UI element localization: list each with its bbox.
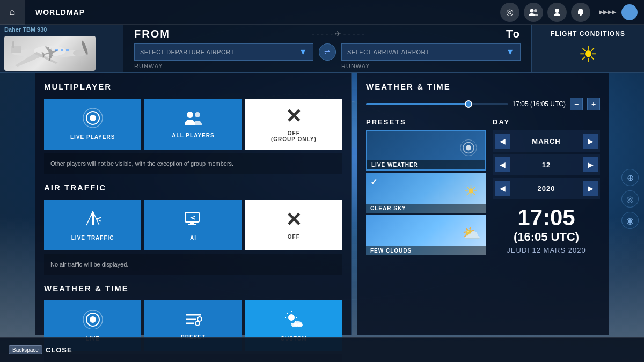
arrival-placeholder: SELECT ARRIVAL AIRPORT	[347, 49, 429, 55]
custom-icon	[284, 310, 303, 331]
aircraft-panel: Daher TBM 930	[0, 25, 123, 72]
multiplayer-off-button[interactable]: ✕ OFF (GROUP ONLY)	[245, 99, 342, 150]
departure-col: SELECT DEPARTURE AIRPORT ▼ RUNWAY	[134, 43, 313, 69]
right-panel: WEATHER & TIME 17:05 (16:05 UTC) − + PRE…	[357, 73, 609, 335]
to-label: To	[506, 28, 521, 40]
air-traffic-off-icon: ✕	[286, 210, 302, 230]
svg-point-39	[195, 321, 200, 326]
few-clouds-preset[interactable]: ⛅ FEW CLOUDS	[366, 215, 486, 255]
topbar: ⌂ WORLDMAP ◎ ▶▶▶▶	[0, 0, 644, 25]
svg-rect-30	[190, 222, 194, 224]
svg-rect-31	[188, 224, 196, 225]
profile-area[interactable]: ▶▶▶▶	[599, 4, 638, 20]
svg-point-23	[187, 112, 193, 118]
home-button[interactable]: ⌂	[0, 0, 25, 25]
time-minus-button[interactable]: −	[570, 98, 583, 110]
svg-point-20	[90, 115, 96, 121]
day-column: DAY ◀ MARCH ▶ ◀ 12 ▶ ◀ 2020 ▶	[493, 118, 600, 326]
side-icons: ⊕ ◎ ◉	[621, 169, 639, 229]
svg-point-32	[90, 316, 96, 323]
month-value: MARCH	[510, 137, 583, 145]
avatar	[621, 4, 638, 20]
air-traffic-description: No air traffic will be displayed.	[44, 254, 342, 275]
day-num-value: 12	[510, 161, 583, 169]
svg-point-8	[580, 14, 582, 16]
left-panel: MULTIPLAYER LIVE PLAYERS ALL PLAYERS ✕ O…	[35, 73, 352, 335]
profile-icon[interactable]	[547, 3, 567, 22]
weather-time-left-title: WEATHER & TIME	[44, 284, 342, 293]
multiplayer-title: MULTIPLAYER	[44, 82, 342, 91]
month-next-button[interactable]: ▶	[583, 134, 598, 149]
air-traffic-off-button[interactable]: ✕ OFF	[245, 200, 342, 250]
map-zoom-icon[interactable]: ⊕	[621, 169, 639, 186]
departure-dropdown-icon: ▼	[299, 47, 308, 57]
from-label: FROM	[134, 28, 170, 40]
preset-icon	[184, 312, 203, 330]
clear-sky-label: CLEAR SKY	[366, 204, 486, 213]
air-traffic-title: AIR TRAFFIC	[44, 183, 342, 192]
air-traffic-off-label: OFF	[288, 234, 300, 240]
few-clouds-icon: ⛅	[462, 225, 481, 242]
map-settings-icon[interactable]: ◎	[621, 190, 639, 208]
off-icon: ✕	[286, 107, 302, 126]
svg-point-24	[195, 112, 200, 117]
weather-time-header: WEATHER & TIME	[366, 82, 600, 91]
year-prev-button[interactable]: ◀	[495, 181, 510, 196]
ai-traffic-button[interactable]: AI	[144, 200, 241, 250]
main-content: MULTIPLAYER LIVE PLAYERS ALL PLAYERS ✕ O…	[35, 73, 609, 335]
arrival-select[interactable]: SELECT ARRIVAL AIRPORT ▼	[341, 43, 521, 61]
day-next-button[interactable]: ▶	[583, 157, 598, 172]
swap-icon: ⇌	[324, 48, 331, 56]
live-traffic-button[interactable]: LIVE TRAFFIC	[44, 200, 141, 250]
all-players-button[interactable]: ALL PLAYERS	[144, 99, 241, 150]
multiplayer-description: Other players will not be visible, with …	[44, 153, 342, 174]
close-button[interactable]: CLOSE	[46, 346, 72, 354]
clear-sky-preset[interactable]: ✓ ☀ CLEAR SKY	[366, 173, 486, 213]
group-icon[interactable]	[524, 3, 543, 22]
slider-thumb[interactable]	[465, 100, 472, 108]
svg-point-50	[466, 145, 471, 150]
multiplayer-buttons: LIVE PLAYERS ALL PLAYERS ✕ OFF (GROUP ON…	[44, 99, 342, 150]
swap-button[interactable]: ⇌	[319, 43, 336, 61]
route-labels-row: FROM - - - - - ✈ - - - - - To	[134, 28, 521, 40]
live-traffic-icon	[82, 209, 104, 231]
big-clock: 17:05 (16:05 UTC) JEUDI 12 MARS 2020	[493, 205, 600, 254]
multiplayer-off-label: OFF (GROUP ONLY)	[271, 130, 317, 142]
multiplayer-icon[interactable]: ◎	[500, 3, 519, 22]
month-row: ◀ MARCH ▶	[493, 130, 600, 152]
live-players-button[interactable]: LIVE PLAYERS	[44, 99, 141, 150]
svg-rect-18	[61, 49, 63, 51]
presets-column: PRESETS LIVE WEATHER ✓ ☀ CLEAR SKY	[366, 118, 486, 326]
year-row: ◀ 2020 ▶	[493, 178, 600, 199]
departure-placeholder: SELECT DEPARTURE AIRPORT	[140, 49, 235, 55]
flight-conditions-label: FLIGHT CONDITIONS	[551, 30, 625, 38]
arrival-runway: RUNWAY	[341, 63, 521, 69]
live-weather-preset[interactable]: LIVE WEATHER	[366, 130, 486, 171]
weather-live-icon	[83, 310, 103, 331]
svg-line-45	[287, 313, 288, 314]
time-value: 17:05 (16:05 UTC)	[513, 100, 566, 108]
air-traffic-buttons: LIVE TRAFFIC AI ✕ OFF	[44, 200, 342, 250]
route-panel: FROM - - - - - ✈ - - - - - To SELECT DEP…	[123, 25, 531, 72]
all-players-icon	[184, 110, 203, 128]
bottombar: Backspace CLOSE	[0, 337, 644, 362]
map-location-icon[interactable]: ◉	[621, 212, 639, 229]
year-value: 2020	[510, 184, 583, 193]
preset-cards: LIVE WEATHER ✓ ☀ CLEAR SKY ⛅ FEW CLOUDS	[366, 130, 486, 326]
ai-traffic-icon	[182, 209, 204, 231]
year-next-button[interactable]: ▶	[583, 181, 598, 196]
flight-conditions-panel: FLIGHT CONDITIONS ☀	[531, 25, 644, 72]
notification-icon[interactable]	[571, 3, 590, 22]
presets-day-row: PRESETS LIVE WEATHER ✓ ☀ CLEAR SKY	[366, 118, 600, 326]
arrival-dropdown-icon: ▼	[506, 47, 515, 57]
aircraft-name: Daher TBM 930	[4, 26, 119, 33]
departure-select[interactable]: SELECT DEPARTURE AIRPORT ▼	[134, 43, 313, 61]
time-slider[interactable]	[366, 103, 508, 105]
month-prev-button[interactable]: ◀	[495, 134, 510, 149]
svg-point-11	[73, 50, 86, 56]
live-weather-icon	[460, 139, 477, 158]
route-selects-row: SELECT DEPARTURE AIRPORT ▼ RUNWAY ⇌ SELE…	[134, 43, 521, 69]
time-plus-button[interactable]: +	[587, 98, 600, 110]
aircraft-svg	[4, 36, 90, 68]
day-prev-button[interactable]: ◀	[495, 157, 510, 172]
